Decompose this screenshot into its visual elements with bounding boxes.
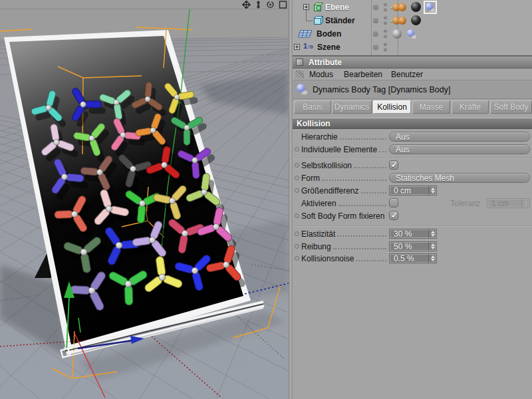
selbstkollision-checkbox[interactable]: [389, 160, 398, 170]
parameter-dot[interactable]: [295, 147, 299, 152]
viewport-render[interactable]: [0, 9, 289, 399]
pin-sphere: [182, 230, 188, 236]
field-label: Reibung: [301, 242, 331, 251]
editor-dot[interactable]: [384, 43, 387, 46]
visibility-dot[interactable]: [373, 5, 378, 10]
parameter-dot[interactable]: [295, 176, 299, 180]
parameter-dot[interactable]: [295, 231, 299, 236]
tab-masse[interactable]: Masse: [412, 100, 450, 114]
field-label: Individuelle Elemente: [301, 145, 377, 154]
pin-sphere: [162, 162, 168, 168]
parameter-dot[interactable]: [295, 163, 299, 168]
pin-sphere: [184, 125, 190, 130]
form-dropdown[interactable]: Statisches Mesh: [389, 173, 530, 183]
pin-sphere: [150, 128, 156, 133]
texture-tag-icon[interactable]: [398, 3, 406, 11]
pin-sphere: [159, 274, 166, 281]
object-row-ebene[interactable]: Ebene ✓: [293, 1, 532, 14]
expand-icon[interactable]: [294, 44, 300, 50]
material-black-icon[interactable]: [411, 2, 421, 12]
object-label[interactable]: Szene: [317, 43, 340, 52]
groessendifferenz-stepper[interactable]: 0 cm: [389, 186, 437, 196]
row-aktivieren: Aktivieren Toleranz 1 cm: [293, 198, 532, 209]
tab-dynamics[interactable]: Dynamics: [332, 100, 372, 114]
attribute-menubar: Modus Bearbeiten Benutzer: [293, 68, 532, 80]
tab-basis[interactable]: Basis: [294, 100, 331, 114]
stepper-arrows-icon[interactable]: [428, 186, 436, 195]
field-label: Elastizität: [301, 229, 335, 239]
render-dot[interactable]: [384, 35, 387, 38]
stepper-arrows-icon[interactable]: [428, 242, 436, 251]
parameter-dot[interactable]: [295, 188, 299, 193]
parameter-dot[interactable]: [295, 256, 299, 261]
aktivieren-checkbox[interactable]: [389, 198, 398, 207]
pin-sphere: [201, 190, 207, 196]
reibung-stepper[interactable]: 50 %: [389, 241, 437, 251]
editor-dot[interactable]: [384, 3, 387, 6]
visibility-dot[interactable]: [373, 31, 378, 37]
pin-sphere: [170, 198, 176, 204]
move-camera-icon[interactable]: [242, 1, 251, 9]
window-widget-icon[interactable]: [296, 59, 303, 66]
visibility-dot[interactable]: [373, 45, 378, 50]
object-label[interactable]: Ebene: [325, 3, 349, 12]
field-label: Aktivieren: [301, 199, 336, 208]
visibility-dot[interactable]: [373, 18, 378, 23]
pin-sphere: [139, 200, 145, 206]
attribute-tabs: Basis Dynamics Kollision Masse Kräfte So…: [293, 99, 532, 118]
render-dot[interactable]: [384, 48, 387, 51]
elastizitaet-stepper[interactable]: 30 %: [389, 229, 437, 239]
render-dot[interactable]: [384, 21, 387, 25]
viewport-3d[interactable]: [0, 0, 289, 399]
cube-green-icon: [313, 3, 323, 12]
object-row-staender[interactable]: Ständer ✓: [293, 14, 532, 27]
object-label[interactable]: Ständer: [325, 16, 355, 25]
material-gray-icon[interactable]: [392, 29, 402, 39]
right-panel: Ebene ✓ Ständer: [293, 0, 532, 399]
drag-handle-icon[interactable]: [295, 70, 304, 78]
individuelle-elemente-dropdown[interactable]: Aus: [389, 144, 530, 154]
scene-object-icon: 1↕0: [303, 42, 313, 50]
object-label[interactable]: Boden: [317, 29, 341, 39]
viewport-toolbar: [0, 0, 289, 9]
dynamics-body-tag-icon[interactable]: [426, 3, 435, 12]
toggle-view-icon[interactable]: [279, 1, 287, 9]
pin-sphere: [192, 267, 198, 273]
editor-dot[interactable]: [384, 29, 387, 33]
parameter-dot[interactable]: [295, 244, 299, 249]
soft-body-form-fixieren-checkbox[interactable]: [389, 211, 398, 220]
pin-sphere: [192, 158, 198, 163]
parameter-dot[interactable]: [295, 213, 299, 218]
tab-kraefte[interactable]: Kräfte: [452, 100, 489, 114]
tab-kollision[interactable]: Kollision: [373, 100, 411, 114]
tab-softbody[interactable]: Soft Body: [490, 100, 532, 114]
pin-sphere: [88, 287, 95, 294]
editor-dot[interactable]: [384, 16, 387, 19]
field-label: Form: [301, 174, 320, 183]
object-row-szene[interactable]: 1↕0 Szene: [293, 41, 532, 54]
material-black-icon[interactable]: [411, 15, 421, 25]
zoom-camera-icon[interactable]: [254, 1, 263, 9]
rotate-camera-icon[interactable]: [266, 1, 275, 9]
kollisionsnoise-stepper[interactable]: 0.5 %: [389, 253, 437, 263]
stepper-arrows-icon[interactable]: [428, 254, 436, 263]
section-header-kollision[interactable]: Kollision: [293, 118, 532, 129]
dynamics-body-tag-icon: [297, 84, 307, 94]
hierarchie-dropdown[interactable]: Aus: [389, 132, 530, 142]
menu-benutzer[interactable]: Benutzer: [391, 70, 423, 79]
pin-sphere: [213, 223, 219, 229]
stepper-arrows-icon[interactable]: [428, 229, 436, 238]
expand-icon[interactable]: [303, 4, 309, 10]
menu-bearbeiten[interactable]: Bearbeiten: [344, 70, 382, 79]
menu-modus[interactable]: Modus: [309, 70, 333, 79]
pin-sphere: [130, 166, 136, 172]
dynamics-body-tag-icon[interactable]: [407, 29, 416, 39]
floor-icon: [298, 30, 313, 38]
field-label: Selbstkollision: [301, 161, 352, 170]
pin-sphere: [223, 261, 229, 267]
texture-tag-icon[interactable]: [398, 17, 406, 25]
object-row-boden[interactable]: Boden: [293, 27, 532, 41]
toleranz-stepper: 1 cm: [487, 198, 530, 208]
pin-sphere: [62, 174, 68, 180]
render-dot[interactable]: [384, 8, 387, 11]
